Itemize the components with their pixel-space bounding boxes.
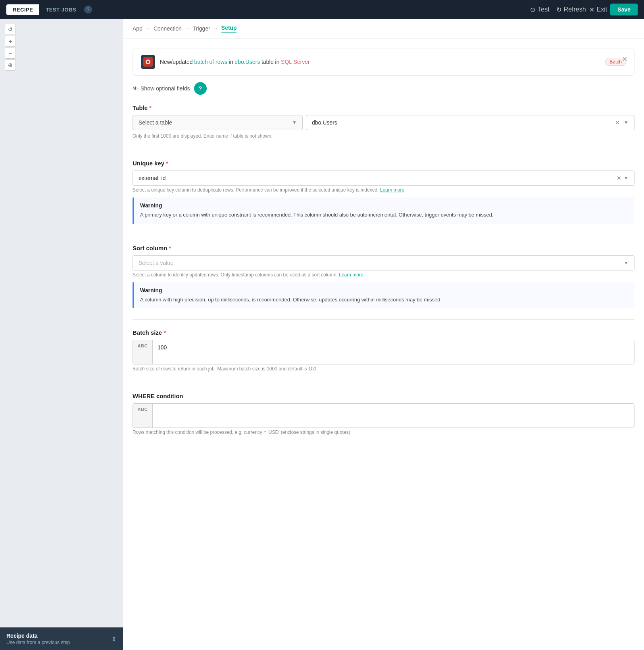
close-trigger-button[interactable]: ✕ bbox=[622, 55, 628, 63]
where-condition-input-row: ABC bbox=[133, 403, 634, 428]
breadcrumb-arrow-3: → bbox=[213, 26, 218, 31]
table-current-value: dbo.Users bbox=[312, 119, 337, 126]
zoom-in-button[interactable]: + bbox=[5, 36, 16, 47]
sort-column-warning-title: Warning bbox=[140, 287, 628, 293]
unique-key-chevron: ▼ bbox=[624, 175, 629, 181]
trigger-db-name: SQL Server bbox=[281, 59, 310, 65]
test-action[interactable]: ⊙ Test bbox=[530, 6, 549, 13]
trigger-header: New/updated batch of rows in dbo.Users t… bbox=[133, 48, 634, 76]
batch-size-hint: Batch size of rows to return in each job… bbox=[133, 366, 634, 372]
unique-key-warning-title: Warning bbox=[140, 202, 628, 209]
trigger-icon bbox=[141, 55, 155, 69]
tab-recipe[interactable]: RECIPE bbox=[6, 4, 39, 15]
unique-key-clear-button[interactable]: ✕ bbox=[617, 175, 621, 181]
breadcrumb-connection[interactable]: Connection bbox=[154, 25, 182, 32]
zoom-out-button[interactable]: − bbox=[5, 48, 16, 59]
where-condition-input[interactable] bbox=[153, 404, 634, 428]
breadcrumb-setup[interactable]: Setup bbox=[221, 25, 237, 33]
where-condition-hint: Rows matching this condition will be pro… bbox=[133, 429, 634, 435]
breadcrumb-app[interactable]: App bbox=[133, 25, 142, 32]
where-condition-abc-label: ABC bbox=[133, 404, 153, 428]
batch-size-required-star: * bbox=[163, 329, 166, 336]
canvas-area: ↺ + − ⊕ bbox=[0, 19, 123, 627]
test-icon: ⊙ bbox=[530, 6, 535, 13]
svg-point-2 bbox=[147, 61, 149, 63]
batch-size-input-row: ABC bbox=[133, 340, 634, 364]
recipe-data-header: Recipe data Use data from a previous ste… bbox=[6, 633, 117, 645]
left-panel: ↺ + − ⊕ Recipe data Use data from a prev… bbox=[0, 19, 123, 650]
table-select-dropdown[interactable]: Select a table ▼ bbox=[133, 115, 303, 130]
undo-button[interactable]: ↺ bbox=[5, 24, 16, 35]
trigger-table-name: dbo.Users bbox=[235, 59, 260, 65]
tab-group: RECIPE TEST JOBS ? bbox=[6, 4, 92, 15]
trigger-description: New/updated batch of rows in dbo.Users t… bbox=[160, 59, 600, 65]
help-icon[interactable]: ? bbox=[84, 6, 92, 13]
recipe-data-panel: Recipe data Use data from a previous ste… bbox=[0, 627, 123, 650]
trigger-prefix: New/updated bbox=[160, 59, 194, 65]
sort-column-hint: Select a column to identify updated rows… bbox=[133, 272, 634, 278]
refresh-action[interactable]: ↻ Refresh bbox=[556, 6, 586, 13]
unique-key-warning: Warning A primary key or a column with u… bbox=[133, 197, 634, 224]
setup-panel: New/updated batch of rows in dbo.Users t… bbox=[123, 38, 644, 456]
table-hint: Only the first 1000 are displayed. Enter… bbox=[133, 133, 634, 139]
trigger-table-text: table in bbox=[260, 59, 281, 65]
tab-testjobs[interactable]: TEST JOBS bbox=[39, 4, 83, 15]
divider-2 bbox=[133, 235, 634, 235]
optional-fields-row: 👁 Show optional fields ? bbox=[133, 82, 634, 95]
breadcrumb: App → Connection → Trigger → Setup bbox=[123, 19, 644, 38]
where-condition-section: WHERE condition ABC Rows matching this c… bbox=[133, 393, 634, 435]
breadcrumb-arrow-2: → bbox=[185, 26, 190, 31]
refresh-label: Refresh bbox=[564, 6, 586, 13]
table-clear-button[interactable]: ✕ bbox=[615, 119, 620, 126]
trigger-in-text: in bbox=[227, 59, 235, 65]
unique-key-label: Unique key * bbox=[133, 160, 634, 167]
table-select-placeholder: Select a table bbox=[138, 119, 172, 126]
help-circle-button[interactable]: ? bbox=[194, 82, 207, 95]
recipe-data-title: Recipe data bbox=[6, 633, 70, 639]
where-condition-label: WHERE condition bbox=[133, 393, 634, 399]
unique-key-required-star: * bbox=[166, 160, 168, 167]
optional-fields-label: Show optional fields bbox=[140, 85, 190, 92]
table-label: Table * bbox=[133, 104, 634, 111]
sort-column-select[interactable]: Select a value ▼ bbox=[133, 255, 634, 270]
breadcrumb-trigger[interactable]: Trigger bbox=[193, 25, 210, 32]
unique-key-input[interactable] bbox=[138, 175, 617, 181]
recipe-data-subtitle: Use data from a previous step bbox=[6, 640, 70, 645]
sort-column-chevron: ▼ bbox=[624, 260, 629, 266]
sort-column-warning-text: A column with high precision, up to mill… bbox=[140, 296, 628, 304]
sort-column-warning: Warning A column with high precision, up… bbox=[133, 282, 634, 309]
table-section: Table * Select a table ▼ dbo.Users ✕ ▼ O… bbox=[133, 104, 634, 139]
unique-key-learn-more[interactable]: Learn more bbox=[380, 187, 404, 193]
save-button[interactable]: Save bbox=[610, 4, 638, 15]
recipe-data-info: Recipe data Use data from a previous ste… bbox=[6, 633, 70, 645]
table-value-box[interactable]: dbo.Users ✕ ▼ bbox=[306, 115, 634, 130]
sort-column-section: Sort column * Select a value ▼ Select a … bbox=[133, 245, 634, 309]
table-select-chevron: ▼ bbox=[292, 120, 297, 125]
unique-key-hint: Select a unique key column to deduplicat… bbox=[133, 187, 634, 193]
sort-column-learn-more[interactable]: Learn more bbox=[339, 272, 363, 278]
expand-icon[interactable]: ⇕ bbox=[111, 635, 117, 643]
unique-key-warning-text: A primary key or a column with unique co… bbox=[140, 211, 628, 219]
batch-size-section: Batch size * ABC Batch size of rows to r… bbox=[133, 329, 634, 372]
unique-key-section: Unique key * ✕ ▼ Select a unique key col… bbox=[133, 160, 634, 224]
sort-column-placeholder: Select a value bbox=[138, 260, 173, 266]
batch-size-abc-label: ABC bbox=[133, 340, 153, 364]
top-bar: RECIPE TEST JOBS ? ⊙ Test ↻ Refresh ✕ Ex… bbox=[0, 0, 644, 19]
divider-3 bbox=[133, 319, 634, 320]
table-value-chevron: ▼ bbox=[624, 120, 629, 125]
batch-size-input[interactable] bbox=[153, 340, 634, 364]
fit-button[interactable]: ⊕ bbox=[5, 59, 16, 71]
table-required-star: * bbox=[149, 104, 152, 111]
breadcrumb-arrow-1: → bbox=[146, 26, 150, 31]
show-optional-fields-toggle[interactable]: 👁 Show optional fields bbox=[133, 85, 190, 92]
refresh-icon: ↻ bbox=[556, 6, 561, 13]
main-content: App → Connection → Trigger → Setup New/u… bbox=[123, 19, 644, 650]
canvas-controls: ↺ + − ⊕ bbox=[5, 24, 16, 71]
unique-key-input-wrapper: ✕ ▼ bbox=[133, 171, 634, 186]
table-select-row: Select a table ▼ dbo.Users ✕ ▼ bbox=[133, 115, 634, 130]
divider-1 bbox=[133, 150, 634, 150]
exit-action[interactable]: ✕ Exit bbox=[589, 6, 607, 13]
trigger-batch-rows: batch of rows bbox=[194, 59, 227, 65]
divider-4 bbox=[133, 383, 634, 383]
sort-column-label: Sort column * bbox=[133, 245, 634, 251]
